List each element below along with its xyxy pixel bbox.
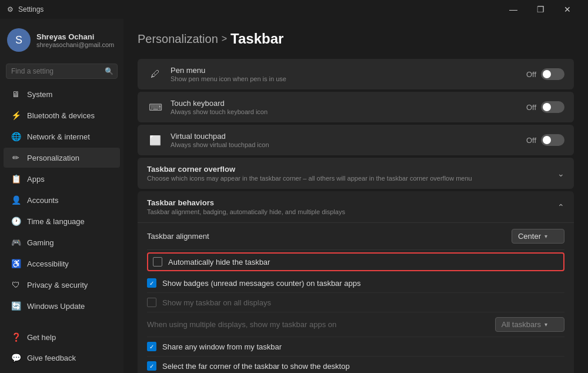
sidebar-item-gaming[interactable]: 🎮 Gaming	[4, 232, 120, 252]
share-window-label: Share any window from my taskbar	[162, 342, 282, 351]
sidebar: S Shreyas Ochani shreyasochani@gmail.com…	[0, 19, 123, 373]
gethelp-icon: ❓	[11, 332, 21, 342]
virtual-touchpad-toggle[interactable]	[541, 134, 564, 146]
corner-overflow-text: Taskbar corner overflow Choose which ico…	[147, 165, 472, 182]
sidebar-item-bluetooth-label: Bluetooth & devices	[27, 111, 95, 120]
search-box: 🔍	[6, 64, 118, 79]
breadcrumb-parent: Personalization	[138, 32, 218, 46]
sidebar-item-accessibility-label: Accessibility	[27, 259, 69, 268]
pen-menu-text: Pen menu Show pen menu icon when pen is …	[171, 66, 286, 82]
show-badges-label: Show badges (unread messages counter) on…	[162, 279, 360, 288]
sidebar-item-apps[interactable]: 📋 Apps	[4, 169, 120, 189]
maximize-button[interactable]: ❐	[527, 0, 554, 19]
pen-menu-row: 🖊 Pen menu Show pen menu icon when pen i…	[138, 59, 574, 89]
user-profile: S Shreyas Ochani shreyasochani@gmail.com	[0, 19, 123, 61]
taskbar-behaviors-title: Taskbar behaviors	[147, 198, 345, 207]
search-icon: 🔍	[105, 67, 113, 75]
sidebar-item-privacy-label: Privacy & security	[27, 281, 88, 289]
show-badges-checkbox[interactable]	[147, 278, 156, 288]
bluetooth-icon: ⚡	[11, 110, 21, 121]
all-displays-row: Show my taskbar on all displays	[147, 293, 564, 312]
sidebar-item-gethelp-label: Get help	[27, 333, 56, 342]
sidebar-item-network[interactable]: 🌐 Network & internet	[4, 126, 120, 146]
multi-display-dropdown-arrow: ▾	[544, 321, 547, 328]
alignment-dropdown[interactable]: Center ▾	[512, 229, 564, 244]
corner-overflow-subtitle: Choose which icons may appear in the tas…	[147, 175, 472, 182]
sidebar-item-apps-label: Apps	[27, 175, 45, 184]
virtual-touchpad-icon: ⬜	[147, 132, 163, 148]
minimize-button[interactable]: —	[500, 0, 527, 19]
sidebar-item-system-label: System	[27, 90, 52, 99]
touch-keyboard-toggle[interactable]	[541, 101, 564, 113]
sidebar-item-accessibility[interactable]: ♿ Accessibility	[4, 254, 120, 274]
pen-menu-icon: 🖊	[147, 66, 163, 82]
system-icon: 🖥	[11, 89, 21, 99]
sidebar-item-personalization[interactable]: ✏ Personalization	[4, 148, 120, 168]
auto-hide-checkbox[interactable]	[153, 257, 162, 267]
pen-menu-toggle-label: Off	[526, 70, 536, 79]
app-container: S Shreyas Ochani shreyasochani@gmail.com…	[0, 19, 588, 373]
pen-menu-title: Pen menu	[171, 66, 286, 75]
title-bar-controls: — ❐ ✕	[500, 0, 581, 19]
multi-display-value: All taskbars	[502, 320, 541, 329]
multi-display-label: When using multiple displays, show my ta…	[147, 320, 336, 329]
user-info: Shreyas Ochani shreyasochani@gmail.com	[36, 32, 114, 48]
accounts-icon: 👤	[11, 195, 21, 205]
touch-keyboard-subtitle: Always show touch keyboard icon	[171, 108, 268, 115]
title-bar-left: ⚙ Settings	[7, 5, 44, 14]
pen-menu-right: Off	[526, 68, 564, 80]
settings-icon: ⚙	[7, 5, 14, 14]
share-window-checkbox[interactable]	[147, 342, 156, 351]
user-email: shreyasochani@gmail.com	[36, 41, 114, 48]
corner-overflow-header[interactable]: Taskbar corner overflow Choose which ico…	[138, 158, 574, 189]
feedback-icon: 💬	[11, 352, 21, 363]
multi-display-dropdown[interactable]: All taskbars ▾	[495, 317, 564, 332]
accessibility-icon: ♿	[11, 258, 21, 269]
privacy-icon: 🛡	[11, 279, 21, 290]
breadcrumb: Personalization > Taskbar	[138, 31, 574, 47]
taskbar-behaviors-header[interactable]: Taskbar behaviors Taskbar alignment, bad…	[138, 191, 574, 223]
taskbar-behaviors-header-text: Taskbar behaviors Taskbar alignment, bad…	[147, 198, 345, 215]
virtual-touchpad-subtitle: Always show virtual touchpad icon	[171, 141, 269, 148]
sidebar-item-windowsupdate[interactable]: 🔄 Windows Update	[4, 296, 120, 316]
taskbar-behaviors-subtitle: Taskbar alignment, badging, automaticall…	[147, 208, 345, 215]
sidebar-item-gaming-label: Gaming	[27, 238, 54, 247]
sidebar-item-system[interactable]: 🖥 System	[4, 84, 120, 104]
sidebar-item-personalization-label: Personalization	[27, 154, 79, 162]
sidebar-item-time[interactable]: 🕐 Time & language	[4, 211, 120, 231]
breadcrumb-current: Taskbar	[230, 31, 283, 47]
windowsupdate-icon: 🔄	[11, 301, 21, 311]
all-displays-label: Show my taskbar on all displays	[162, 298, 271, 307]
corner-overflow-title: Taskbar corner overflow	[147, 165, 472, 174]
show-badges-row: Show badges (unread messages counter) on…	[147, 274, 564, 293]
sidebar-item-accounts[interactable]: 👤 Accounts	[4, 190, 120, 210]
show-desktop-checkbox[interactable]	[147, 361, 156, 371]
sidebar-item-time-label: Time & language	[27, 217, 85, 226]
alignment-dropdown-arrow: ▾	[544, 233, 547, 239]
touch-keyboard-title: Touch keyboard	[171, 99, 268, 108]
sidebar-item-bluetooth[interactable]: ⚡ Bluetooth & devices	[4, 105, 120, 125]
virtual-touchpad-left: ⬜ Virtual touchpad Always show virtual t…	[147, 132, 269, 148]
pen-menu-toggle[interactable]	[541, 68, 564, 80]
virtual-touchpad-toggle-thumb	[543, 136, 551, 144]
sidebar-item-feedback[interactable]: 💬 Give feedback	[4, 348, 120, 368]
alignment-value: Center	[518, 232, 541, 241]
network-icon: 🌐	[11, 131, 21, 142]
alignment-row: Taskbar alignment Center ▾	[147, 223, 564, 250]
app-title: Settings	[18, 5, 44, 14]
auto-hide-row: Automatically hide the taskbar	[147, 252, 564, 271]
gaming-icon: 🎮	[11, 237, 21, 248]
personalization-icon: ✏	[11, 152, 21, 163]
sidebar-item-gethelp[interactable]: ❓ Get help	[4, 327, 120, 347]
share-window-row: Share any window from my taskbar	[147, 337, 564, 357]
search-input[interactable]	[6, 64, 118, 79]
virtual-touchpad-title: Virtual touchpad	[171, 132, 269, 141]
touch-keyboard-text: Touch keyboard Always show touch keyboar…	[171, 99, 268, 115]
virtual-touchpad-text: Virtual touchpad Always show virtual tou…	[171, 132, 269, 148]
sidebar-item-privacy[interactable]: 🛡 Privacy & security	[4, 275, 120, 295]
touch-keyboard-icon: ⌨	[147, 99, 163, 115]
close-button[interactable]: ✕	[554, 0, 581, 19]
all-displays-checkbox[interactable]	[147, 298, 156, 307]
time-icon: 🕐	[11, 216, 21, 227]
apps-icon: 📋	[11, 174, 21, 184]
